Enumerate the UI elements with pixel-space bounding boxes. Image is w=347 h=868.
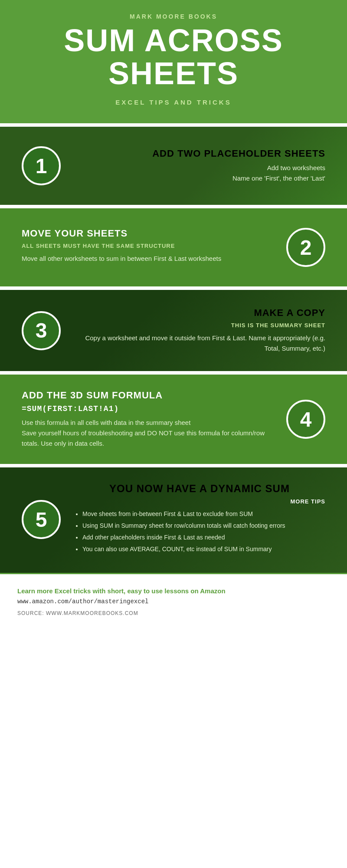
bullet-3: Add other placeholders inside First & La… [82,533,325,543]
brand-name: MARK MOORE BOOKS [17,13,330,20]
step-3-body: Copy a worksheet and move it outside fro… [74,333,325,354]
step-2-section: MOVE YOUR SHEETS ALL SHEETS MUST HAVE TH… [0,208,347,286]
step-4-layout: ADD THE 3D SUM FORMULA =SUM(FIRST:LAST!A… [22,390,325,449]
step-3-section: 3 MAKE A COPY THIS IS THE SUMMARY SHEET … [0,290,347,371]
step-4-body: Use this formula in all cells with data … [22,418,273,449]
step-5-circle: 5 [22,500,61,539]
step-2-content: MOVE YOUR SHEETS ALL SHEETS MUST HAVE TH… [22,228,273,264]
footer-source: SOURCE: WWW.MARKMOOREBOOKS.COM [17,610,330,616]
step-3-layout: 3 MAKE A COPY THIS IS THE SUMMARY SHEET … [22,307,325,354]
step-2-circle: 2 [286,228,325,267]
main-title: SUM ACROSS SHEETS [17,24,330,90]
step-4-section: ADD THE 3D SUM FORMULA =SUM(FIRST:LAST!A… [0,375,347,464]
step-5-section: 5 YOU NOW HAVE A DYNAMIC SUM MORE TIPS M… [0,467,347,573]
step-5-title: YOU NOW HAVE A DYNAMIC SUM [74,483,325,495]
step-1-body: Add two worksheets Name one 'First', the… [74,163,325,184]
step-3-circle: 3 [22,311,61,350]
step-3-content: MAKE A COPY THIS IS THE SUMMARY SHEET Co… [74,307,325,354]
bullet-4: You can also use AVERAGE, COUNT, etc ins… [82,544,325,555]
step-5-bullets: Move sheets from in-between First & Last… [74,509,325,554]
step-4-formula: =SUM(FIRST:LAST!A1) [22,404,273,413]
step-2-title: MOVE YOUR SHEETS [22,228,273,239]
step-4-title: ADD THE 3D SUM FORMULA [22,390,273,401]
subtitle: EXCEL TIPS AND TRICKS [17,99,330,106]
footer-section: Learn more Excel tricks with short, easy… [0,573,347,629]
step-2-subtitle: ALL SHEETS MUST HAVE THE SAME STRUCTURE [22,243,273,249]
bullet-1: Move sheets from in-between First & Last… [82,509,325,519]
header-section: MARK MOORE BOOKS SUM ACROSS SHEETS EXCEL… [0,0,347,123]
step-3-title: MAKE A COPY [74,307,325,319]
step-5-content: YOU NOW HAVE A DYNAMIC SUM MORE TIPS Mov… [74,483,325,556]
step-1-section: 1 ADD TWO PLACEHOLDER SHEETS Add two wor… [0,127,347,205]
step-3-subtitle: THIS IS THE SUMMARY SHEET [74,322,325,329]
step-1-title: ADD TWO PLACEHOLDER SHEETS [74,148,325,159]
step-1-circle: 1 [22,146,61,185]
step-1-layout: 1 ADD TWO PLACEHOLDER SHEETS Add two wor… [22,146,325,185]
footer-url[interactable]: www.amazon.com/author/masteringexcel [17,598,330,605]
more-tips-label: MORE TIPS [74,498,325,505]
footer-learn-text: Learn more Excel tricks with short, easy… [17,587,330,595]
step-2-body: Move all other worksheets to sum in betw… [22,253,273,264]
bullet-2: Using SUM in Summary sheet for row/colum… [82,521,325,531]
step-4-content: ADD THE 3D SUM FORMULA =SUM(FIRST:LAST!A… [22,390,273,449]
step-4-circle: 4 [286,400,325,439]
step-1-content: ADD TWO PLACEHOLDER SHEETS Add two works… [74,148,325,184]
step-2-layout: MOVE YOUR SHEETS ALL SHEETS MUST HAVE TH… [22,228,325,267]
step-5-layout: 5 YOU NOW HAVE A DYNAMIC SUM MORE TIPS M… [22,483,325,556]
